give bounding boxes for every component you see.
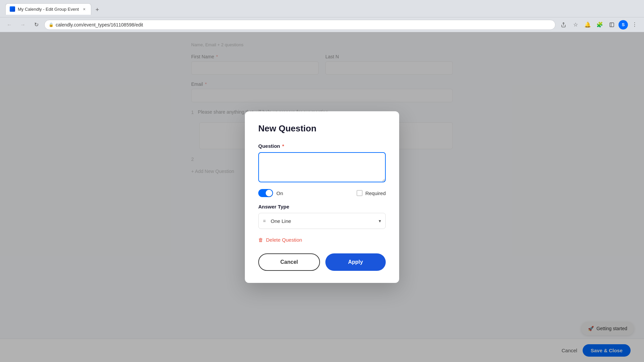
answer-type-select-wrapper: ≡ One Line Multiple Lines Radio Buttons … (258, 213, 386, 229)
browser-tab-bar: My Calendly - Edit Group Event ✕ + (0, 0, 644, 17)
trash-icon: 🗑 (258, 237, 263, 243)
required-label: Required (365, 190, 386, 196)
svg-rect-0 (610, 23, 614, 27)
address-bar[interactable]: 🔒 calendly.com/event_types/161108598/edi… (44, 20, 555, 30)
apply-button[interactable]: Apply (325, 253, 386, 271)
back-button[interactable]: ← (4, 19, 15, 30)
share-icon[interactable] (558, 19, 569, 30)
tab-title: My Calendly - Edit Group Event (18, 7, 79, 12)
bookmark-icon[interactable]: ☆ (570, 19, 581, 30)
modal-actions: Cancel Apply (258, 253, 386, 271)
tab-close-button[interactable]: ✕ (82, 6, 87, 12)
tab-favicon (10, 6, 15, 12)
new-question-modal: New Question Question * On Required Answ… (245, 111, 399, 283)
answer-type-label: Answer Type (258, 204, 386, 209)
modal-title: New Question (258, 123, 386, 134)
sidebar-icon[interactable] (606, 19, 617, 30)
toggle-label: On (276, 190, 283, 196)
required-right: Required (357, 190, 386, 196)
tab-bar: My Calendly - Edit Group Event ✕ + (5, 3, 102, 15)
refresh-button[interactable]: ↻ (31, 19, 42, 30)
question-field-label: Question * (258, 143, 386, 149)
active-tab[interactable]: My Calendly - Edit Group Event ✕ (5, 3, 91, 15)
delete-question-button[interactable]: 🗑 Delete Question (258, 237, 302, 243)
page-content: Name, Email + 2 questions First Name * L… (0, 32, 644, 362)
cancel-button[interactable]: Cancel (258, 253, 320, 271)
profile-avatar[interactable]: S (619, 20, 628, 29)
notification-icon[interactable]: 🔔 (582, 19, 593, 30)
toggle-left: On (258, 189, 283, 197)
url-text: calendly.com/event_types/161108598/edit (56, 22, 551, 27)
toggle-row: On Required (258, 189, 386, 197)
lock-icon: 🔒 (49, 22, 54, 27)
modal-overlay: New Question Question * On Required Answ… (0, 32, 644, 362)
on-off-toggle[interactable] (258, 189, 273, 197)
forward-button[interactable]: → (17, 19, 28, 30)
puzzle-icon[interactable]: 🧩 (594, 19, 605, 30)
address-bar-row: ← → ↻ 🔒 calendly.com/event_types/1611085… (0, 17, 644, 32)
required-checkbox[interactable] (357, 190, 363, 196)
answer-type-select[interactable]: One Line Multiple Lines Radio Buttons Ch… (258, 213, 386, 229)
new-tab-button[interactable]: + (93, 5, 102, 15)
menu-button[interactable]: ⋮ (629, 19, 640, 30)
question-textarea[interactable] (258, 152, 386, 182)
toolbar-icons: ☆ 🔔 🧩 S ⋮ (558, 19, 640, 30)
toggle-knob (266, 190, 272, 196)
